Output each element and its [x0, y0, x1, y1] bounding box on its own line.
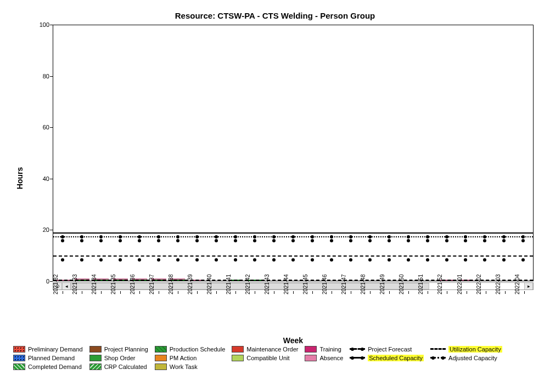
bar-slot [341, 25, 360, 281]
x-tick: 2021-51 [418, 291, 437, 332]
plot-area [53, 25, 534, 281]
marker-dot [119, 239, 122, 242]
bar-slot [322, 25, 341, 281]
bar-slot [437, 25, 456, 281]
marker-dot [272, 258, 276, 262]
legend-preliminary-demand: Preliminary Demand [13, 346, 83, 353]
marker-dot [176, 258, 179, 262]
marker-dot [445, 258, 448, 262]
chart-title: Resource: CTSW-PA - CTS Welding - Person… [11, 11, 539, 20]
x-tick: 2021-32 [53, 291, 72, 332]
x-axis-label: Week [53, 336, 534, 345]
marker-dot [502, 258, 506, 262]
marker-dot [80, 258, 83, 262]
legend-adjusted-capacity: Adjusted Capacity [430, 355, 502, 361]
marker-dot [176, 239, 179, 242]
x-tick-label: 2021-45 [302, 274, 308, 294]
x-tick-label: 2021-46 [322, 274, 328, 294]
marker-dot [330, 258, 333, 262]
marker-dot [195, 239, 199, 242]
chart-area: Hours 020406080100 ⊙ ◂ ▸ 2021-322021-332… [11, 25, 539, 332]
marker-dot [80, 239, 83, 242]
x-tick: 2021-44 [284, 291, 303, 332]
marker-dot [195, 258, 199, 262]
bar-slot [72, 25, 92, 281]
bar-slot [399, 25, 418, 281]
legend-crp-calculated: CRP Calculated [89, 363, 148, 370]
marker-dot [234, 239, 237, 242]
x-tick: 2021-50 [399, 291, 418, 332]
bar-slot [92, 25, 111, 281]
marker-dot [234, 258, 237, 262]
marker-dot [483, 258, 486, 262]
bar-slot [514, 25, 533, 281]
x-tick-label: 2021-36 [129, 274, 135, 294]
x-tick: 2021-52 [437, 291, 457, 332]
x-tick-label: 2021-44 [283, 274, 289, 294]
marker-dot [368, 258, 372, 262]
bar-slot [379, 25, 399, 281]
capacity-line [53, 255, 533, 257]
x-tick: 2021-43 [265, 291, 284, 332]
marker-dot [388, 239, 391, 242]
x-tick: 2021-35 [110, 291, 130, 332]
legend-completed-demand: Completed Demand [13, 363, 83, 370]
x-tick: 2021-33 [72, 291, 91, 332]
legend-project-planning: Project Planning [89, 346, 148, 353]
x-tick-label: 2022-02 [475, 274, 481, 294]
legend-planned-demand: Planned Demand [13, 355, 83, 361]
capacity-line [53, 236, 533, 237]
marker-dot [253, 239, 256, 242]
marker-dot [119, 258, 122, 262]
scroll-left-button[interactable]: ◂ [62, 283, 71, 289]
bar-slot [111, 25, 130, 281]
marker-dot [445, 239, 448, 242]
scroll-right-button[interactable]: ▸ [524, 283, 533, 289]
marker-dot [61, 239, 64, 242]
marker-dot [426, 239, 429, 242]
x-tick: 2021-39 [187, 291, 206, 332]
chart-page: { "title": "Resource: CTSW-PA - CTS Weld… [0, 0, 550, 392]
x-tick: 2021-42 [245, 291, 264, 332]
marker-dot [311, 258, 314, 262]
marker-dot [215, 258, 218, 262]
marker-dot [157, 258, 160, 262]
marker-dot [502, 239, 506, 242]
bar-slot [53, 25, 72, 281]
bar-slot [495, 25, 514, 281]
bar-slot [456, 25, 475, 281]
marker-dot [426, 258, 429, 262]
legend-maintenance-order: Maintenance Order [232, 346, 298, 353]
legend: Preliminary Demand Planned Demand Comple… [11, 346, 539, 370]
marker-dot [291, 239, 295, 242]
x-tick-label: 2021-49 [379, 274, 385, 294]
marker-dot [349, 239, 352, 242]
bar-slot [130, 25, 149, 281]
x-tick-label: 2021-40 [206, 274, 212, 294]
marker-dot [272, 239, 276, 242]
x-tick-label: 2021-35 [110, 274, 116, 294]
legend-scheduled-capacity: Scheduled Capacity [350, 355, 424, 361]
bar-slot [360, 25, 379, 281]
x-tick-label: 2021-41 [226, 274, 232, 294]
y-tick: 80 [27, 73, 49, 79]
x-tick-label: 2021-34 [91, 274, 97, 294]
x-tick: 2021-38 [168, 291, 187, 332]
legend-project-forecast: Project Forecast [350, 346, 424, 353]
x-tick: 2022-02 [476, 291, 495, 332]
x-tick-label: 2021-38 [167, 274, 173, 294]
marker-dot [215, 239, 218, 242]
x-tick-label: 2021-37 [148, 274, 154, 294]
x-tick-label: 2021-39 [187, 274, 193, 294]
legend-shop-order: Shop Order [89, 355, 148, 361]
bars-container [53, 25, 533, 281]
legend-compatible-unit: Compatible Unit [232, 355, 298, 361]
marker-dot [521, 258, 525, 262]
x-tick-label: 2021-33 [71, 274, 77, 294]
x-tick-label: 2021-48 [360, 274, 366, 294]
x-tick-label: 2021-43 [264, 274, 270, 294]
marker-dot [521, 239, 525, 242]
y-tick: 100 [27, 21, 49, 28]
x-tick-label: 2021-32 [52, 274, 58, 294]
marker-dot [291, 258, 295, 262]
